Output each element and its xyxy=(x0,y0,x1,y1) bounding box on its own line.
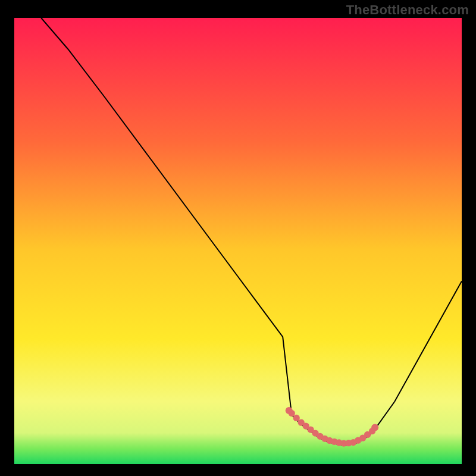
red-dot xyxy=(371,424,378,431)
chart-red-dots xyxy=(286,407,378,447)
chart-curve-layer xyxy=(14,18,462,464)
chart-curve xyxy=(41,18,462,446)
watermark-text: TheBottleneck.com xyxy=(346,2,469,18)
chart-plot-area xyxy=(14,18,462,464)
red-dot xyxy=(286,407,293,414)
